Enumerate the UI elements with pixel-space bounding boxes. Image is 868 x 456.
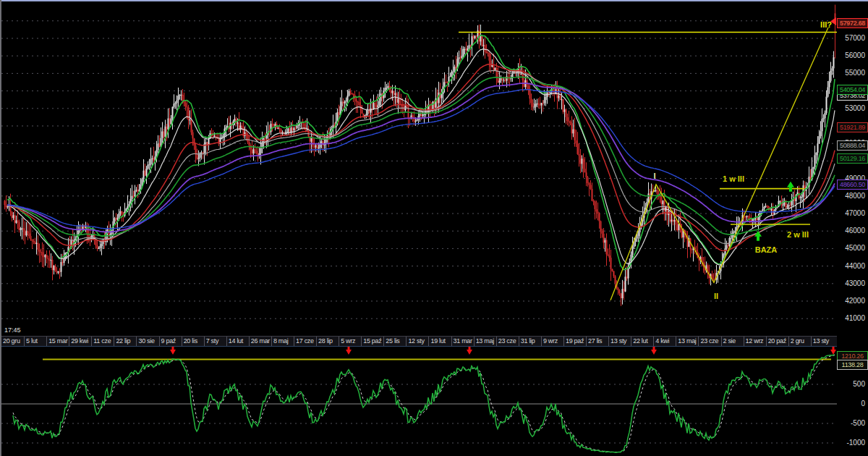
- candle-body: [816, 153, 817, 156]
- candle-body: [613, 271, 615, 276]
- oscillator-panel[interactable]: [1, 345, 837, 455]
- sell-signal-arrow-icon: [346, 347, 352, 355]
- candle-body: [505, 80, 506, 80]
- x-axis-label: 20 paź: [766, 337, 788, 346]
- candle-body: [421, 114, 422, 116]
- candle-body: [281, 129, 282, 132]
- candle-body: [827, 88, 829, 97]
- price-axis[interactable]: 57972.68 1210.26 1138.28 570005600055000…: [837, 0, 868, 456]
- candle-body: [615, 276, 616, 284]
- candle-body: [242, 126, 243, 127]
- candle-body: [422, 114, 424, 116]
- x-axis-label: 5 lut: [24, 337, 46, 346]
- candle-body: [456, 67, 457, 68]
- candle-body: [29, 234, 30, 237]
- candle-body: [339, 112, 340, 115]
- candle-body: [308, 130, 310, 136]
- candle-body: [255, 149, 256, 151]
- candle-body: [486, 52, 488, 53]
- y-axis-label: 0: [861, 400, 865, 408]
- x-axis-label: 30 sie: [136, 337, 158, 346]
- candle-body: [190, 119, 191, 120]
- candle-body: [488, 52, 489, 53]
- candle-body: [162, 132, 163, 138]
- candle-body: [561, 99, 563, 100]
- candle-body: [794, 199, 796, 201]
- candle-body: [492, 65, 493, 67]
- oscillator-canvas[interactable]: [1, 345, 837, 455]
- candle-body: [6, 205, 7, 207]
- candle-body: [767, 206, 768, 207]
- y-axis-label: -1000: [846, 439, 865, 447]
- candle-body: [20, 228, 22, 230]
- candle-body: [45, 255, 46, 257]
- candle-body: [35, 242, 36, 244]
- candle-body: [205, 143, 207, 144]
- candle-body: [55, 266, 56, 271]
- candle-body: [725, 248, 726, 253]
- sell-signal-arrow-icon: [170, 347, 176, 355]
- main-chart-canvas[interactable]: III?1 w III2 w IIIBAZAIII: [1, 1, 837, 336]
- candle-body: [823, 118, 825, 119]
- candle-body: [178, 96, 179, 100]
- candle-body: [832, 68, 833, 70]
- candle-body: [420, 114, 421, 116]
- buy-arrow-icon: [754, 231, 762, 241]
- candle-body: [38, 243, 39, 250]
- candle-body: [446, 82, 447, 83]
- candle-body: [590, 185, 592, 189]
- x-axis-label: 27 lis: [586, 337, 608, 346]
- candle-body: [22, 228, 23, 229]
- trading-app-window: III?1 w III2 w IIIBAZAIII 17:45 20 gru5 …: [0, 0, 868, 456]
- x-axis-label: 25 lis: [383, 337, 406, 346]
- y-axis-label: 41000: [845, 314, 865, 322]
- candle-body: [396, 93, 398, 103]
- candle-body: [375, 103, 376, 104]
- candle-body: [48, 258, 49, 260]
- candle-body: [415, 121, 417, 122]
- candle-body: [52, 260, 54, 270]
- sell-signal-arrow-icon: [467, 347, 472, 355]
- candle-body: [143, 171, 145, 180]
- candle-body: [191, 119, 192, 132]
- candle-body: [195, 145, 197, 154]
- x-axis-label: 12 sty: [406, 337, 428, 346]
- candle-body: [833, 57, 835, 68]
- y-axis-label: -500: [851, 419, 865, 427]
- candle-body: [314, 147, 315, 148]
- x-axis-label: 9 wrz: [541, 337, 563, 346]
- candle-body: [595, 201, 596, 209]
- candle-body: [165, 127, 166, 137]
- candle-body: [98, 248, 100, 249]
- x-axis-label: 14 lut: [226, 337, 249, 346]
- candle-body: [391, 90, 392, 93]
- candle-body: [59, 271, 61, 272]
- candle-body: [830, 71, 832, 81]
- candle-body: [347, 96, 349, 101]
- candle-body: [602, 231, 603, 234]
- candle-body: [64, 259, 65, 263]
- candle-body: [493, 65, 495, 70]
- y-axis-label: 43000: [845, 279, 865, 287]
- candle-body: [197, 155, 198, 159]
- candle-body: [152, 158, 153, 159]
- ema-slow-green-line: [7, 77, 835, 236]
- candle-body: [829, 81, 830, 88]
- candle-body: [550, 92, 551, 93]
- candle-body: [450, 76, 451, 77]
- candle-body: [146, 169, 148, 176]
- wave-annotation: BAZA: [755, 245, 778, 254]
- candle-body: [179, 95, 181, 96]
- x-axis-strip[interactable]: 20 gru5 lut15 mar29 kwi11 cze22 lip30 si…: [1, 336, 837, 346]
- main-price-chart[interactable]: III?1 w III2 w IIIBAZAIII: [1, 1, 837, 336]
- wave-annotation: II: [714, 292, 718, 300]
- candle-body: [485, 45, 486, 51]
- candle-body: [470, 45, 472, 46]
- candle-body: [459, 57, 460, 59]
- candle-body: [535, 104, 537, 106]
- candle-body: [483, 45, 485, 46]
- candle-body: [771, 208, 773, 211]
- candle-body: [728, 245, 729, 247]
- candle-body: [172, 107, 174, 119]
- candle-body: [489, 53, 490, 61]
